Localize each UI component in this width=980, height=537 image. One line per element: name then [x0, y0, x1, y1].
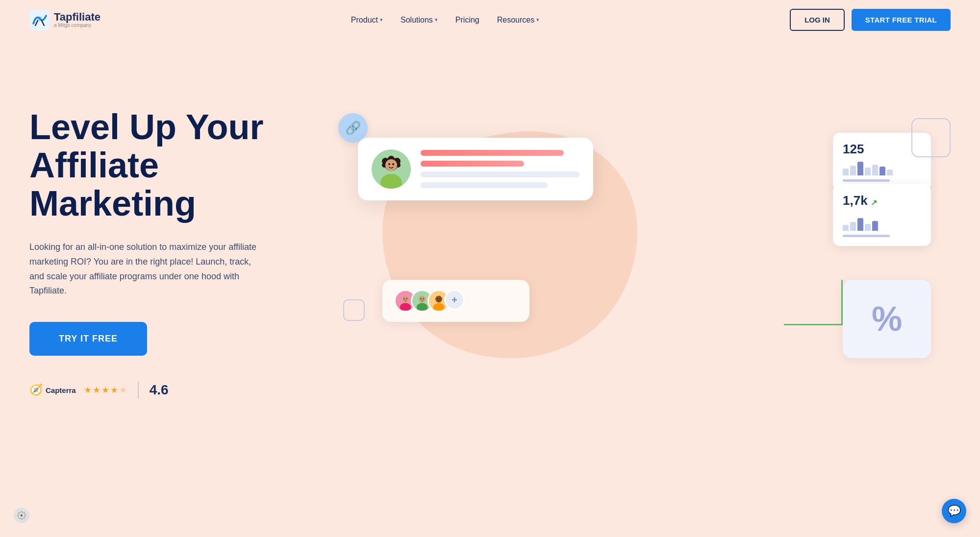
brand-name: Tapfiliate	[54, 12, 101, 23]
svg-point-25	[437, 298, 438, 299]
logo-link[interactable]: Tapfiliate a Mitgo company	[29, 10, 101, 30]
brand-tagline: a Mitgo company	[54, 23, 101, 28]
logo-icon	[29, 10, 50, 30]
bar-chart	[843, 161, 921, 175]
person-avatar-svg	[372, 149, 411, 189]
chat-icon: 💬	[948, 505, 961, 517]
capterra-divider	[138, 381, 139, 399]
percent-card: %	[843, 280, 931, 358]
avatar	[372, 149, 411, 189]
chat-button[interactable]: 💬	[942, 499, 966, 523]
svg-point-26	[439, 298, 441, 299]
bar-d	[865, 224, 871, 231]
capterra-icon: 🧭	[29, 384, 43, 396]
try-free-button[interactable]: TRY IT FREE	[29, 322, 147, 356]
svg-point-11	[392, 163, 394, 165]
bar-5	[872, 165, 878, 175]
star-5: ★	[119, 385, 127, 395]
stat-sub-bar-2	[843, 235, 890, 237]
bar-3	[857, 162, 863, 175]
nav-product[interactable]: Product ▾	[351, 16, 383, 24]
trend-up-icon: ↗	[871, 198, 877, 207]
settings-icon	[17, 511, 26, 520]
stat-value-1k7: 1,7k	[843, 193, 868, 208]
nav-actions: LOG IN START FREE TRIAL	[790, 9, 951, 31]
content-line-3	[421, 171, 579, 177]
bar-2	[850, 166, 856, 175]
add-member-button[interactable]: +	[444, 290, 465, 310]
stat-card-1k7: 1,7k ↗	[833, 184, 931, 246]
start-trial-button[interactable]: START FREE TRIAL	[852, 9, 951, 31]
hero-content: Level Up Your Affiliate Marketing Lookin…	[29, 69, 304, 399]
hero-title: Level Up Your Affiliate Marketing	[29, 108, 304, 222]
bar-7	[887, 170, 893, 175]
decorative-square-2	[911, 118, 951, 157]
content-line-1	[421, 150, 564, 156]
content-line-4	[421, 182, 548, 188]
bar-1	[843, 169, 849, 175]
nav-solutions[interactable]: Solutions ▾	[401, 16, 438, 24]
navbar: Tapfiliate a Mitgo company Product ▾ Sol…	[0, 0, 980, 40]
capterra-score: 4.6	[150, 382, 169, 398]
svg-point-20	[420, 298, 422, 299]
capterra-logo: 🧭 Capterra	[29, 384, 76, 396]
svg-point-14	[402, 296, 409, 303]
bar-a	[843, 225, 849, 231]
stat-value-125: 125	[843, 142, 921, 157]
svg-point-15	[403, 298, 405, 299]
card-content-lines	[421, 150, 579, 188]
star-3: ★	[101, 385, 109, 395]
svg-point-10	[388, 163, 390, 165]
content-line-2	[421, 161, 524, 167]
svg-point-9	[385, 159, 397, 171]
nav-resources[interactable]: Resources ▾	[497, 16, 539, 24]
decorative-square-1	[343, 299, 365, 321]
profile-card	[358, 138, 593, 200]
chevron-down-icon: ▾	[435, 17, 438, 23]
svg-point-19	[419, 296, 426, 303]
svg-point-28	[21, 514, 23, 517]
settings-button[interactable]	[14, 508, 29, 523]
capterra-label: Capterra	[46, 386, 76, 394]
svg-point-24	[435, 296, 442, 303]
bar-e	[872, 221, 878, 231]
hero-description: Looking for an all-in-one solution to ma…	[29, 240, 265, 298]
stat-value-row: 1,7k ↗	[843, 193, 921, 212]
bar-b	[850, 222, 856, 231]
svg-point-21	[423, 298, 424, 299]
chevron-down-icon: ▾	[380, 17, 383, 23]
percent-icon: %	[872, 302, 902, 336]
chain-link-icon: 🔗	[345, 121, 361, 136]
stat-sub-bar	[843, 179, 890, 182]
star-2: ★	[93, 385, 101, 395]
svg-point-16	[406, 298, 407, 299]
capterra-rating: 🧭 Capterra ★ ★ ★ ★ ★ 4.6	[29, 381, 304, 399]
hero-illustration: 🔗	[304, 89, 951, 432]
star-rating: ★ ★ ★ ★ ★	[84, 385, 127, 395]
nav-pricing[interactable]: Pricing	[455, 16, 479, 24]
star-4: ★	[110, 385, 118, 395]
bar-chart-2	[843, 216, 921, 231]
chevron-down-icon: ▾	[536, 17, 539, 23]
star-1: ★	[84, 385, 92, 395]
connector-horizontal	[784, 324, 843, 325]
bar-c	[857, 218, 863, 231]
hero-section: Level Up Your Affiliate Marketing Lookin…	[0, 40, 980, 481]
login-button[interactable]: LOG IN	[790, 9, 845, 31]
nav-links: Product ▾ Solutions ▾ Pricing Resources …	[351, 16, 539, 24]
bar-4	[865, 168, 871, 175]
team-card: +	[382, 280, 529, 322]
bar-6	[879, 167, 885, 175]
team-avatars: +	[394, 290, 465, 312]
